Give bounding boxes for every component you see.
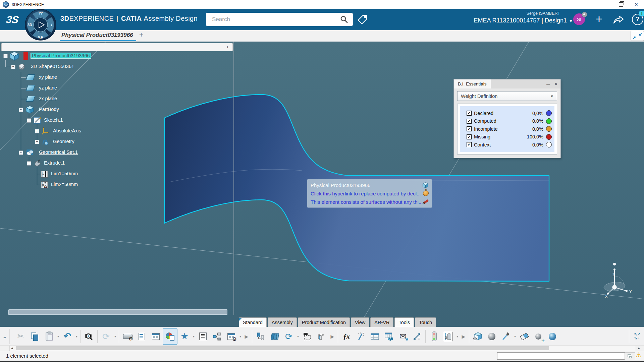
tab-view[interactable]: View [351, 317, 369, 327]
search-input[interactable] [211, 16, 340, 23]
checkbox[interactable]: ✔ [467, 111, 472, 116]
tree-item-label[interactable]: zx plane [39, 96, 57, 101]
display-options-button[interactable]: ⚙ [224, 329, 238, 344]
panel-minimize-button[interactable]: — [546, 82, 550, 86]
plane-icon[interactable] [26, 74, 35, 80]
scroll-right-arrow[interactable]: ▸ [638, 346, 640, 350]
picker-dropdown-caret[interactable]: ▾ [513, 329, 517, 344]
tab-standard[interactable]: Standard [239, 317, 267, 327]
tree-expander[interactable]: − [11, 65, 15, 69]
warning-icon[interactable]: ⚠ [636, 352, 642, 358]
checkbox[interactable]: ✔ [467, 142, 472, 147]
tree-expander[interactable]: + [35, 140, 39, 144]
tree-item-shape[interactable]: − 3D Shape01550361 [0, 63, 235, 71]
3d-viewport[interactable]: Z X Y ‹ [0, 42, 644, 362]
tree-item-absoluteaxis[interactable]: + AbsoluteAxis [0, 127, 235, 135]
tree-item-geomset[interactable]: − Geometrical Set.1 [0, 148, 235, 157]
3ds-logo[interactable]: 3S [4, 12, 21, 27]
collapse-ui-button[interactable]: ↙ ↗ [631, 31, 644, 41]
restore-button[interactable] [613, 0, 629, 9]
add-content-button[interactable]: + [593, 11, 605, 27]
axis-icon[interactable] [41, 127, 49, 135]
tree-expander[interactable]: − [27, 161, 31, 166]
tag-icon[interactable] [357, 14, 368, 25]
update-button[interactable]: ⟳ [99, 329, 113, 344]
measure-button[interactable]: = [410, 329, 424, 344]
copy-button[interactable] [28, 329, 42, 344]
tree-item-label[interactable]: yz plane [39, 85, 57, 90]
extrude-icon[interactable] [34, 159, 42, 168]
expand-toolbar-button[interactable]: ↖↗ ↘·• [631, 329, 644, 344]
toolbar-overflow-button[interactable]: ⌄ [0, 329, 10, 344]
tree-expander[interactable]: − [19, 150, 23, 155]
bi-essentials-button[interactable] [163, 328, 177, 345]
save-manage-button[interactable]: ⚙ [120, 329, 135, 344]
tab-assembly[interactable]: Assembly [268, 317, 297, 327]
display-options-caret[interactable]: ▾ [238, 329, 243, 344]
tree-item-label[interactable]: PartBody [39, 107, 59, 112]
zoom-select-button[interactable] [82, 329, 96, 344]
checkbox[interactable]: ✔ [467, 134, 472, 139]
partbody-icon[interactable] [25, 105, 34, 114]
paste-button[interactable] [42, 329, 56, 344]
toolbar-scrollbar[interactable]: ◂ ▸ [0, 345, 644, 351]
cut-button[interactable]: ✂ [14, 329, 28, 344]
share-icon[interactable] [612, 14, 625, 24]
data-settings-button[interactable] [441, 329, 455, 344]
refresh-button[interactable]: ⟳ [282, 329, 296, 344]
minimize-button[interactable]: — [598, 0, 613, 9]
3d-compass[interactable]: YY 3D i V.R [25, 9, 56, 41]
plane-icon[interactable] [26, 85, 35, 91]
tree-item-sketch[interactable]: − Sketch.1 [0, 116, 235, 124]
structure-print-button[interactable] [314, 329, 328, 344]
tree-item-label[interactable]: Geometry [53, 139, 74, 144]
tab-product-modification[interactable]: Product Modification [298, 317, 350, 327]
limit-parameter-icon[interactable] [40, 170, 49, 178]
tree-expander[interactable]: + [35, 129, 39, 133]
tree-item-partbody[interactable]: − PartBody [0, 106, 235, 114]
new-tab-button[interactable]: + [139, 31, 143, 39]
add-material-button[interactable]: + [531, 329, 545, 344]
material-browser-button[interactable] [471, 329, 485, 344]
panel-close-button[interactable]: ✕ [554, 81, 558, 86]
bookmarks-button[interactable] [254, 329, 268, 344]
update-dropdown-caret[interactable]: ▾ [113, 329, 117, 344]
formula-button[interactable]: ƒx [339, 329, 354, 344]
wizard-button[interactable] [354, 329, 368, 344]
apply-material-button[interactable] [545, 329, 559, 344]
tree-item-extrude[interactable]: − Extrude.1 [0, 159, 235, 167]
selection-sets-button[interactable] [300, 329, 314, 344]
table-button[interactable] [368, 329, 382, 344]
data-settings-caret[interactable]: ▾ [455, 329, 460, 344]
tree-expander[interactable]: − [19, 108, 23, 112]
undo-dropdown-caret[interactable]: ▾ [74, 329, 79, 344]
sketch-icon[interactable] [33, 116, 42, 125]
search-icon[interactable] [340, 15, 348, 23]
favorites-button[interactable]: ★ [177, 329, 192, 344]
3d-shape-icon[interactable] [17, 62, 26, 71]
workspace-selector[interactable]: EMEA R1132100014757 | Design1▼ [474, 17, 573, 24]
tree-item-label[interactable]: Geometrical Set.1 [39, 149, 78, 155]
tree-item-label[interactable]: AbsoluteAxis [53, 128, 81, 133]
tree-item-label[interactable]: Sketch.1 [44, 117, 63, 123]
checkbox[interactable]: ✔ [467, 119, 472, 124]
tree-item-lim2[interactable]: fx Lim2=50mm [0, 181, 235, 189]
tree-item-label[interactable]: 3D Shape01550361 [31, 64, 74, 69]
bi-panel-header[interactable]: B.I. Essentials — ✕ [454, 79, 560, 88]
command-input[interactable] [497, 352, 625, 360]
geometry-icon[interactable] [41, 138, 49, 146]
tree-expander[interactable]: − [27, 118, 31, 123]
tooltip-hyperlink[interactable]: Click this hyperlink to replace computed… [311, 191, 421, 196]
knowledge-check-button[interactable] [427, 329, 441, 344]
document-tab[interactable]: Physical Product03193966 [61, 32, 133, 39]
tree-item-zx-plane[interactable]: zx plane [0, 95, 235, 103]
tree-item-label[interactable]: Physical Product03193966 [31, 53, 91, 58]
undo-button[interactable]: ↶ [60, 329, 74, 344]
edit-properties-button[interactable] [135, 329, 149, 344]
tab-tools[interactable]: Tools [394, 317, 414, 327]
scroll-left-arrow[interactable]: ◂ [11, 346, 13, 350]
tab-touch[interactable]: Touch [415, 317, 436, 327]
layout-window-button[interactable] [149, 329, 163, 344]
tree-expander[interactable]: − [3, 54, 8, 58]
geometrical-set-icon[interactable] [25, 148, 34, 157]
